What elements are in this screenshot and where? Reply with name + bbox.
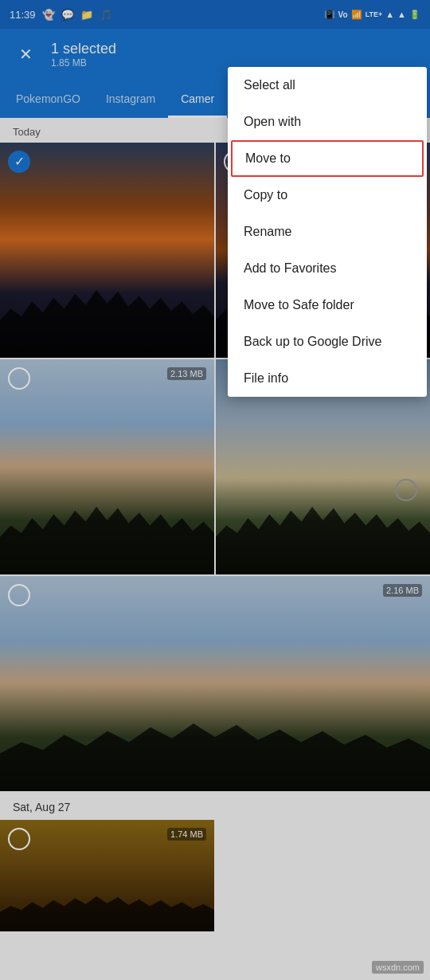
menu-item-move-safe[interactable]: Move to Safe folder [228,287,427,323]
dropdown-menu: Select all Open with Move to Copy to Ren… [228,67,427,397]
menu-item-move-to[interactable]: Move to [231,140,424,177]
menu-item-select-all[interactable]: Select all [228,67,427,104]
menu-item-copy-to[interactable]: Copy to [228,177,427,214]
watermark: wsxdn.com [372,961,424,974]
menu-item-rename[interactable]: Rename [228,214,427,250]
menu-item-open-with[interactable]: Open with [228,104,427,140]
menu-item-file-info[interactable]: File info [228,360,427,397]
menu-item-add-favorites[interactable]: Add to Favorites [228,250,427,287]
menu-item-backup-drive[interactable]: Back up to Google Drive [228,323,427,360]
